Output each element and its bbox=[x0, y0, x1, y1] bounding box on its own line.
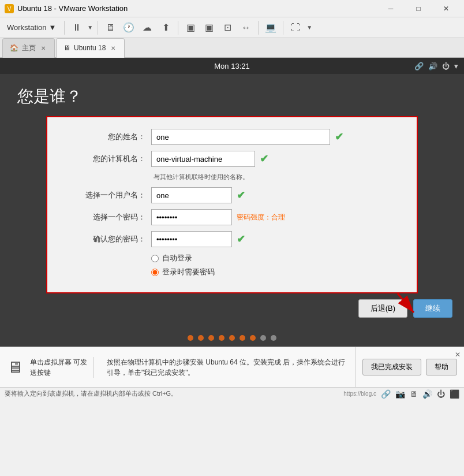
bottom-bar-content: 🖥 单击虚拟屏幕 可发送按键 按照在物理计算机中的步骤安装 Ubuntu 64 … bbox=[0, 347, 355, 387]
help-button[interactable]: 帮助 bbox=[426, 359, 457, 375]
toolbar-btn-4[interactable]: ⬆ bbox=[157, 19, 174, 36]
dropdown-icon: ▼ bbox=[48, 23, 56, 32]
status-stretch-icon[interactable]: ⬛ bbox=[450, 389, 459, 399]
toolbar-btn-5[interactable]: ▣ bbox=[182, 19, 199, 36]
status-camera-icon[interactable]: 📷 bbox=[395, 389, 405, 399]
status-text: 要将输入定向到该虚拟机，请在虚拟机内部单击或按 Ctrl+G。 bbox=[5, 389, 177, 398]
menu-bar: Workstation ▼ ⏸ ▼ 🖥 🕐 ☁ ⬆ ▣ ▣ ⊡ ↔ 💻 ⛶ ▼ bbox=[0, 17, 464, 38]
workstation-label: Workstation bbox=[7, 23, 46, 32]
progress-dot-4 bbox=[219, 335, 224, 341]
pause-dropdown-button[interactable]: ▼ bbox=[86, 19, 94, 36]
maximize-button[interactable]: □ bbox=[405, 0, 432, 17]
auto-login-radio[interactable] bbox=[151, 255, 159, 262]
fullname-label: 您的姓名： bbox=[65, 132, 145, 142]
hostname-label: 您的计算机名： bbox=[65, 154, 145, 164]
tab-ubuntu18[interactable]: 🖥 Ubuntu 18 ✕ bbox=[56, 38, 125, 58]
vm-display-area[interactable]: Mon 13:21 🔗 🔊 ⏻ ▾ 您是谁？ 您的姓名： ✔ 您的计算机名： ✔ bbox=[0, 58, 464, 347]
home-tab-close[interactable]: ✕ bbox=[39, 44, 47, 52]
toolbar-btn-3[interactable]: ☁ bbox=[139, 19, 156, 36]
progress-dot-3 bbox=[208, 335, 214, 341]
complete-install-button[interactable]: 我已完成安装 bbox=[362, 359, 421, 375]
password-input[interactable] bbox=[151, 209, 232, 225]
hostname-hint: 与其他计算机联络时使用的名称。 bbox=[154, 173, 249, 181]
fullname-checkmark: ✔ bbox=[335, 131, 343, 143]
toolbar-btn-9[interactable]: 💻 bbox=[262, 19, 279, 36]
vm-icon: 🖥 bbox=[7, 358, 23, 377]
require-password-label: 登录时需要密码 bbox=[162, 267, 215, 277]
close-button[interactable]: ✕ bbox=[433, 0, 459, 17]
status-url: https://blog.c bbox=[343, 391, 376, 397]
ubuntu18-tab-icon: 🖥 bbox=[63, 44, 70, 52]
vmware-icon: V bbox=[5, 4, 14, 13]
progress-dot-6 bbox=[240, 335, 245, 341]
bottom-bar-buttons: 我已完成安装 帮助 bbox=[355, 347, 464, 387]
minimize-button[interactable]: ─ bbox=[377, 0, 404, 17]
pause-button[interactable]: ⏸ bbox=[68, 19, 85, 36]
hostname-input[interactable] bbox=[151, 151, 255, 167]
svg-text:V: V bbox=[8, 6, 12, 12]
fullname-row: 您的姓名： ✔ bbox=[65, 129, 399, 145]
fullname-input[interactable] bbox=[151, 129, 330, 145]
menu-separator-4 bbox=[258, 21, 259, 35]
password-login-row: 登录时需要密码 bbox=[151, 267, 399, 277]
title-bar: V Ubuntu 18 - VMware Workstation ─ □ ✕ bbox=[0, 0, 464, 17]
progress-dot-1 bbox=[188, 335, 193, 341]
username-checkmark: ✔ bbox=[237, 189, 245, 202]
continue-arrow-annotation bbox=[392, 291, 421, 321]
toolbar-btn-2[interactable]: 🕐 bbox=[120, 19, 137, 36]
menu-separator-1 bbox=[64, 21, 65, 35]
progress-dot-7 bbox=[250, 335, 256, 341]
tab-home[interactable]: 🏠 主页 ✕ bbox=[2, 38, 55, 58]
menu-separator-5 bbox=[283, 21, 283, 35]
workstation-menu[interactable]: Workstation ▼ bbox=[2, 21, 61, 34]
bottom-bar-text1: 单击虚拟屏幕 可发送按键 bbox=[30, 357, 94, 378]
status-power-icon[interactable]: ⏻ bbox=[437, 389, 445, 399]
status-network-icon[interactable]: 🔗 bbox=[381, 389, 391, 399]
toolbar-btn-10[interactable]: ⛶ bbox=[287, 19, 304, 36]
status-vm-icon[interactable]: 🖥 bbox=[410, 389, 418, 399]
ubuntu18-tab-close[interactable]: ✕ bbox=[109, 44, 117, 52]
progress-dot-2 bbox=[198, 335, 204, 341]
progress-dot-8 bbox=[260, 335, 266, 341]
hostname-checkmark: ✔ bbox=[260, 153, 268, 165]
home-tab-icon: 🏠 bbox=[10, 44, 18, 52]
toolbar-btn-7[interactable]: ⊡ bbox=[219, 19, 236, 36]
navigation-buttons: 后退(B) 继续 bbox=[0, 293, 464, 323]
auto-login-row: 自动登录 bbox=[151, 253, 399, 263]
volume-icon[interactable]: 🔊 bbox=[428, 62, 437, 70]
user-setup-form: 您的姓名： ✔ 您的计算机名： ✔ 与其他计算机联络时使用的名称。 选择一个用户… bbox=[46, 116, 418, 293]
auto-login-label: 自动登录 bbox=[162, 253, 192, 263]
confirm-password-label: 确认您的密码： bbox=[65, 234, 145, 244]
power-icon[interactable]: ⏻ bbox=[442, 62, 450, 70]
toolbar-btn-1[interactable]: 🖥 bbox=[102, 19, 119, 36]
password-label: 选择一个密码： bbox=[65, 212, 145, 222]
confirm-password-row: 确认您的密码： ✔ bbox=[65, 231, 399, 247]
hostname-row: 您的计算机名： ✔ bbox=[65, 151, 399, 167]
bottom-bar-close[interactable]: ✕ bbox=[455, 351, 461, 359]
tabs-bar: 🏠 主页 ✕ 🖥 Ubuntu 18 ✕ bbox=[0, 38, 464, 58]
status-volume-icon[interactable]: 🔊 bbox=[422, 389, 432, 399]
menu-separator-3 bbox=[178, 21, 178, 35]
confirm-password-input[interactable] bbox=[151, 231, 232, 247]
title-bar-title: Ubuntu 18 - VMware Workstation bbox=[17, 4, 128, 13]
toolbar-btn-8[interactable]: ↔ bbox=[237, 19, 255, 36]
password-strength: 密码强度：合理 bbox=[237, 213, 285, 222]
svg-line-3 bbox=[398, 293, 414, 313]
ubuntu-topbar: Mon 13:21 🔗 🔊 ⏻ ▾ bbox=[0, 58, 464, 74]
username-input[interactable] bbox=[151, 187, 232, 203]
toolbar-btn-10-dropdown[interactable]: ▼ bbox=[305, 19, 313, 36]
ubuntu-header: 您是谁？ bbox=[0, 74, 464, 116]
toolbar-group-pause: ⏸ ▼ bbox=[68, 19, 94, 36]
hostname-hint-row: 与其他计算机联络时使用的名称。 bbox=[65, 173, 399, 181]
toolbar-btn-6[interactable]: ▣ bbox=[200, 19, 218, 36]
ubuntu-datetime: Mon 13:21 bbox=[214, 62, 249, 70]
status-bar: 要将输入定向到该虚拟机，请在虚拟机内部单击或按 Ctrl+G。 https://… bbox=[0, 387, 464, 400]
confirm-password-checkmark: ✔ bbox=[237, 233, 245, 246]
page-title: 您是谁？ bbox=[17, 85, 447, 107]
require-password-radio[interactable] bbox=[151, 269, 159, 276]
dropdown-arrow-icon[interactable]: ▾ bbox=[454, 62, 458, 70]
progress-dot-9 bbox=[271, 335, 276, 341]
login-options: 自动登录 登录时需要密码 bbox=[151, 253, 399, 277]
username-label: 选择一个用户名： bbox=[65, 190, 145, 200]
network-icon[interactable]: 🔗 bbox=[414, 62, 424, 70]
